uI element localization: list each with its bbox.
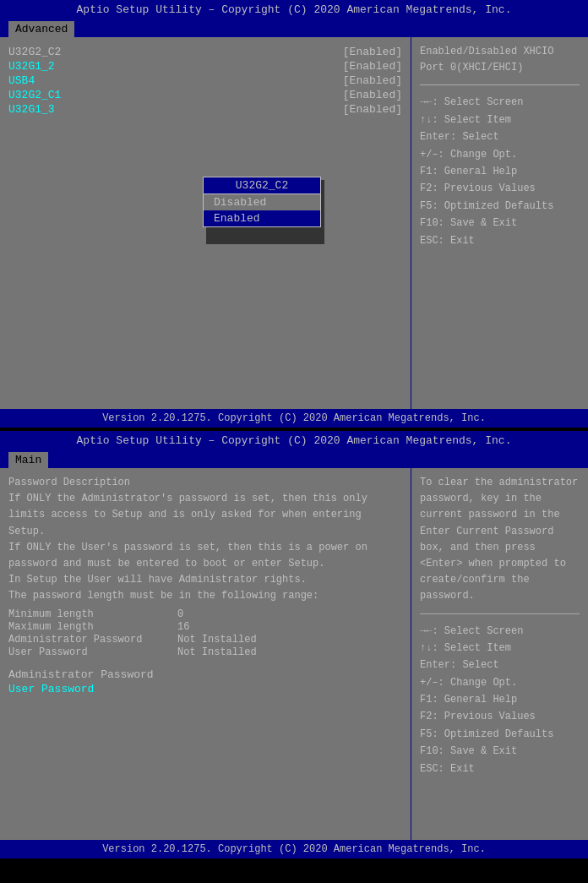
desc-line-5: If ONLY the User's password is set, then… bbox=[8, 540, 402, 556]
popup-dropdown: U32G2_C2 Disabled Enabled bbox=[203, 177, 321, 241]
screen2-bottombar-text: Version 2.20.1275. Copyright (C) 2020 Am… bbox=[102, 843, 486, 855]
item-value-u32g1-2: [Enabled] bbox=[343, 60, 402, 73]
field-admin-password: Administrator Password Not Installed bbox=[8, 634, 402, 646]
screen2-bottombar: Version 2.20.1275. Copyright (C) 2020 Am… bbox=[0, 840, 588, 858]
screen2-links: Administrator Password User Password bbox=[8, 668, 402, 695]
key-f10: F10: Save & Exit bbox=[420, 215, 580, 232]
desc-line-1: Password Description bbox=[8, 475, 402, 491]
field-max-length-value: 16 bbox=[177, 621, 189, 633]
item-value-u32g1-3: [Enabled] bbox=[343, 103, 402, 116]
field-min-length: Minimum length 0 bbox=[8, 608, 402, 620]
s2-key-esc: ESC: Exit bbox=[420, 760, 580, 777]
screen1-tabbar: Advanced bbox=[0, 19, 588, 37]
desc-line-7: In Setup the User will have Administrato… bbox=[8, 572, 402, 588]
s2-key-f2: F2: Previous Values bbox=[420, 708, 580, 725]
screen2-left-panel: Password Description If ONLY the Adminis… bbox=[0, 468, 411, 840]
screen2-description: Password Description If ONLY the Adminis… bbox=[8, 475, 402, 605]
field-user-password: User Password Not Installed bbox=[8, 646, 402, 658]
field-max-length-label: Maximum length bbox=[8, 621, 177, 633]
field-max-length: Maximum length 16 bbox=[8, 621, 402, 633]
item-name-usb4: USB4 bbox=[8, 74, 35, 87]
link-user-password[interactable]: User Password bbox=[8, 683, 402, 695]
s2-key-f1: F1: General Help bbox=[420, 691, 580, 708]
screen1-right-panel: Enabled/Disabled XHCIO Port 0(XHCI/EHCI)… bbox=[411, 37, 588, 409]
s2-key-select-screen: →←: Select Screen bbox=[420, 623, 580, 640]
field-min-length-label: Minimum length bbox=[8, 608, 177, 620]
screen2-fields: Minimum length 0 Maximum length 16 Admin… bbox=[8, 608, 402, 658]
screen1-right-desc-text: Enabled/Disabled XHCIO Port 0(XHCI/EHCI) bbox=[420, 46, 553, 74]
key-select-screen: →←: Select Screen bbox=[420, 94, 580, 111]
screen2-right-panel: To clear the administrator password, key… bbox=[411, 468, 588, 840]
item-value-u32g2c1: [Enabled] bbox=[343, 89, 402, 101]
item-value-u32g2c2: [Enabled] bbox=[343, 46, 402, 58]
screen2-main: Password Description If ONLY the Adminis… bbox=[0, 468, 588, 840]
key-f2: F2: Previous Values bbox=[420, 180, 580, 197]
screen1: Aptio Setup Utility – Copyright (C) 2020… bbox=[0, 0, 588, 428]
screen1-main: U32G2_C2 [Enabled] U32G1_2 [Enabled] USB… bbox=[0, 37, 588, 409]
screen2-right-desc: To clear the administrator password, key… bbox=[420, 475, 580, 605]
popup-title-text: U32G2_C2 bbox=[236, 179, 288, 192]
menu-item-u32g2c1[interactable]: U32G2_C1 [Enabled] bbox=[8, 89, 402, 101]
tab-advanced-label: Advanced bbox=[15, 23, 68, 35]
popup-body: Disabled Enabled bbox=[203, 193, 321, 227]
menu-item-u32g1-2[interactable]: U32G1_2 [Enabled] bbox=[8, 60, 402, 73]
screen2: Aptio Setup Utility – Copyright (C) 2020… bbox=[0, 431, 588, 858]
s2-key-enter: Enter: Select bbox=[420, 657, 580, 673]
tab-advanced[interactable]: Advanced bbox=[8, 21, 74, 37]
desc-line-4: Setup. bbox=[8, 524, 402, 540]
item-name-u32g1-2: U32G1_2 bbox=[8, 60, 55, 73]
screen2-topbar: Aptio Setup Utility – Copyright (C) 2020… bbox=[0, 431, 588, 450]
screen2-right-desc-text: To clear the administrator password, key… bbox=[420, 477, 578, 602]
menu-item-usb4[interactable]: USB4 [Enabled] bbox=[8, 74, 402, 87]
field-admin-password-label: Administrator Password bbox=[8, 634, 177, 646]
item-name-u32g2c2: U32G2_C2 bbox=[8, 46, 61, 58]
screen1-keys: →←: Select Screen ↑↓: Select Item Enter:… bbox=[420, 94, 580, 249]
screen1-divider bbox=[420, 84, 580, 85]
key-esc: ESC: Exit bbox=[420, 232, 580, 249]
popup-title: U32G2_C2 bbox=[203, 177, 321, 193]
key-change: +/–: Change Opt. bbox=[420, 146, 580, 163]
s2-key-select-item: ↑↓: Select Item bbox=[420, 640, 580, 657]
field-min-length-value: 0 bbox=[177, 608, 183, 620]
popup-option-enabled[interactable]: Enabled bbox=[204, 210, 320, 226]
desc-line-3: limits access to Setup and is only asked… bbox=[8, 507, 402, 523]
desc-line-6: password and must be entered to boot or … bbox=[8, 556, 402, 572]
screen1-right-desc: Enabled/Disabled XHCIO Port 0(XHCI/EHCI) bbox=[420, 44, 580, 76]
s2-key-change: +/–: Change Opt. bbox=[420, 674, 580, 691]
field-user-password-label: User Password bbox=[8, 646, 177, 658]
screen2-divider bbox=[420, 613, 580, 614]
tab-main-label: Main bbox=[15, 454, 41, 466]
screen1-bottombar: Version 2.20.1275. Copyright (C) 2020 Am… bbox=[0, 409, 588, 428]
item-name-u32g1-3: U32G1_3 bbox=[8, 103, 55, 116]
screen2-keys: →←: Select Screen ↑↓: Select Item Enter:… bbox=[420, 623, 580, 778]
item-name-u32g2c1: U32G2_C1 bbox=[8, 89, 61, 101]
popup-bottom-shadow bbox=[206, 227, 324, 241]
screen2-tabbar: Main bbox=[0, 450, 588, 468]
screen2-topbar-text: Aptio Setup Utility – Copyright (C) 2020… bbox=[77, 434, 512, 447]
key-select-item: ↑↓: Select Item bbox=[420, 112, 580, 128]
key-enter: Enter: Select bbox=[420, 128, 580, 145]
popup-option-disabled[interactable]: Disabled bbox=[204, 194, 320, 210]
item-value-usb4: [Enabled] bbox=[343, 74, 402, 87]
screen1-bottombar-text: Version 2.20.1275. Copyright (C) 2020 Am… bbox=[102, 412, 486, 424]
field-user-password-value: Not Installed bbox=[177, 646, 257, 658]
screen1-topbar-text: Aptio Setup Utility – Copyright (C) 2020… bbox=[77, 3, 512, 16]
desc-line-2: If ONLY the Administrator's password is … bbox=[8, 491, 402, 507]
screen1-left-panel: U32G2_C2 [Enabled] U32G1_2 [Enabled] USB… bbox=[0, 37, 411, 409]
menu-item-u32g2c2[interactable]: U32G2_C2 [Enabled] bbox=[8, 46, 402, 58]
tab-main[interactable]: Main bbox=[8, 452, 48, 468]
key-f5: F5: Optimized Defaults bbox=[420, 198, 580, 215]
desc-line-8: The password length must be in the follo… bbox=[8, 588, 402, 604]
screen1-topbar: Aptio Setup Utility – Copyright (C) 2020… bbox=[0, 0, 588, 19]
s2-key-f10: F10: Save & Exit bbox=[420, 743, 580, 760]
key-f1: F1: General Help bbox=[420, 163, 580, 180]
field-admin-password-value: Not Installed bbox=[177, 634, 257, 646]
s2-key-f5: F5: Optimized Defaults bbox=[420, 726, 580, 743]
menu-item-u32g1-3[interactable]: U32G1_3 [Enabled] bbox=[8, 103, 402, 116]
link-admin-password[interactable]: Administrator Password bbox=[8, 668, 402, 681]
